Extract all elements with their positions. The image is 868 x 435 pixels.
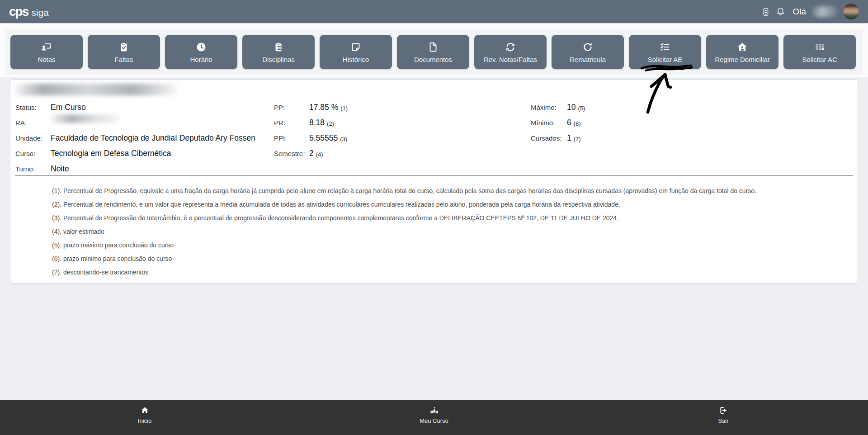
rev-notas-faltas-label: Rev. Notas/Faltas: [484, 56, 537, 63]
footnote-4: (4). valor estimado: [52, 227, 756, 241]
cps-logo-mark: cps: [9, 5, 28, 18]
semestre-ref: (4): [316, 151, 323, 158]
rotate-right-icon: [582, 42, 593, 52]
regime-domiciliar-button[interactable]: Regime Domiciliar: [706, 35, 778, 69]
faltas-button[interactable]: Faltas: [88, 35, 160, 69]
curso-label: Curso:: [15, 150, 51, 157]
table-cells-icon: [814, 42, 825, 52]
pp-value: 17.85 %: [309, 103, 338, 112]
solicitar-ac-label: Solicitar AC: [802, 56, 837, 63]
rematricula-label: Rematricula: [570, 56, 606, 63]
school-icon: [429, 406, 439, 415]
nav-inicio-label: Inicio: [138, 417, 151, 424]
avatar[interactable]: [843, 4, 859, 19]
cursados-row: Cursados: 1 (7): [531, 130, 666, 146]
semestre-row: Semestre: 2 (4): [274, 146, 464, 161]
nav-sair-label: Sair: [718, 417, 728, 424]
solicitar-ae-button[interactable]: Solicitar AE: [629, 35, 701, 69]
cursados-ref: (7): [574, 136, 581, 142]
sticky-note-icon: [350, 42, 361, 52]
documentos-button[interactable]: Documentos: [397, 35, 469, 69]
footnote-1: (1). Percentual de Progressão, equivale …: [52, 187, 756, 200]
bottom-nav: Inicio Meu Curso Sair: [0, 400, 868, 435]
notas-label: Notas: [38, 56, 55, 63]
redacted-username: [811, 6, 838, 17]
regime-domiciliar-label: Regime Domiciliar: [715, 56, 770, 63]
turno-row: Turno: Noite: [15, 161, 269, 176]
house-user-icon: [737, 42, 748, 52]
toolbar: Notas Faltas Horário Di: [10, 35, 856, 69]
footnote-2: (2). Percentual de rendimento, é um valo…: [52, 200, 756, 214]
greeting-text: Olá: [793, 7, 806, 17]
footnote-7: (7). descontando-se trancamentos: [52, 268, 756, 282]
semestre-label: Semestre:: [274, 150, 309, 157]
nav-meu-curso[interactable]: Meu Curso: [289, 400, 579, 435]
nav-meu-curso-label: Meu Curso: [420, 417, 448, 424]
nav-sair[interactable]: Sair: [579, 400, 868, 435]
status-label: Status:: [15, 104, 51, 111]
pr-row: PR: 8.18 (2): [274, 115, 464, 130]
student-info-middle-column: PP: 17.85 % (1) PR: 8.18 (2) PPI: 5.5555…: [274, 99, 464, 161]
clipboard-list-icon: [273, 42, 284, 52]
list-check-icon: [660, 42, 670, 52]
footnote-6: (6). prazo minimo para conclusão do curs…: [52, 255, 756, 268]
pr-ref: (2): [327, 120, 334, 127]
ra-label: RA:: [15, 119, 51, 127]
student-info-card: Status: Em Curso RA: Unidade: Faculdade …: [10, 79, 858, 284]
horario-label: Horário: [190, 56, 212, 63]
semestre-value: 2: [309, 149, 314, 158]
ppi-label: PPI:: [274, 134, 309, 142]
disciplinas-label: Disciplinas: [262, 56, 295, 63]
student-id-badge-icon[interactable]: [761, 7, 770, 16]
nav-inicio[interactable]: Inicio: [0, 400, 289, 435]
historico-label: Histórico: [343, 56, 369, 63]
chalkboard-user-icon: [41, 42, 52, 52]
status-row: Status: Em Curso: [15, 99, 269, 115]
pr-label: PR:: [274, 119, 309, 127]
notas-button[interactable]: Notas: [10, 35, 83, 69]
ra-row: RA:: [15, 115, 269, 130]
header-right: Olá: [761, 4, 859, 19]
house-icon: [140, 406, 150, 415]
disciplinas-button[interactable]: Disciplinas: [242, 35, 315, 69]
faltas-label: Faltas: [115, 56, 133, 63]
minimo-row: Mínimo: 6 (6): [531, 115, 666, 130]
pr-value: 8.18: [309, 118, 325, 128]
card-divider: [15, 175, 853, 176]
sync-arrows-icon: [505, 42, 516, 52]
top-bar: cps siga Olá: [0, 0, 868, 23]
turno-value: Noite: [51, 164, 69, 174]
maximo-value: 10: [567, 103, 576, 112]
footnotes: (1). Percentual de Progressão, equivale …: [52, 187, 756, 282]
horario-button[interactable]: Horário: [165, 35, 237, 69]
file-icon: [428, 42, 439, 52]
unidade-label: Unidade:: [15, 134, 51, 142]
bell-icon[interactable]: [776, 7, 785, 16]
pp-label: PP:: [274, 104, 309, 111]
solicitar-ac-button[interactable]: Solicitar AC: [783, 35, 856, 69]
maximo-row: Máximo: 10 (5): [531, 99, 666, 115]
clipboard-check-icon: [118, 42, 129, 52]
maximo-ref: (5): [578, 105, 585, 112]
minimo-label: Mínimo:: [531, 119, 567, 127]
pp-row: PP: 17.85 % (1): [274, 99, 464, 115]
documentos-label: Documentos: [414, 56, 452, 63]
siga-logo[interactable]: cps siga: [9, 5, 49, 18]
cursados-label: Cursados:: [531, 134, 567, 142]
rev-notas-faltas-button[interactable]: Rev. Notas/Faltas: [474, 35, 547, 69]
ppi-ref: (3): [340, 136, 347, 142]
unidade-value: Faculdade de Tecnologia de Jundiaí Deput…: [51, 133, 255, 143]
minimo-ref: (6): [574, 120, 581, 127]
footnote-5: (5). prazo máximo para conclusão do curs…: [52, 241, 756, 255]
solicitar-ae-label: Solicitar AE: [648, 56, 683, 63]
unidade-row: Unidade: Faculdade de Tecnologia de Jund…: [15, 130, 269, 146]
cursados-value: 1: [567, 133, 571, 143]
curso-row: Curso: Tecnologia em Defesa Cibernética: [15, 146, 269, 161]
footnote-3: (3). Percentual de Progressão de Intercâ…: [52, 214, 756, 227]
clock-icon: [196, 42, 207, 52]
rematricula-button[interactable]: Rematricula: [552, 35, 624, 69]
status-value: Em Curso: [51, 103, 86, 112]
pp-ref: (1): [340, 105, 348, 112]
historico-button[interactable]: Histórico: [320, 35, 392, 69]
student-info-left-column: Status: Em Curso RA: Unidade: Faculdade …: [15, 99, 269, 176]
